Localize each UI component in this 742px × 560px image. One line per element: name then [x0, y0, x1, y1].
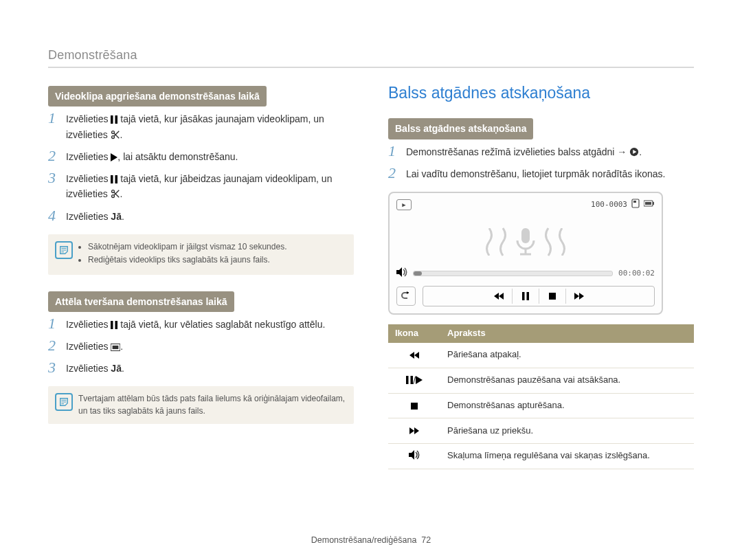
step-text: Izvēlieties Jā. [66, 361, 354, 377]
table-header-desc: Apraksts [440, 324, 694, 343]
rewind-icon [388, 343, 440, 368]
fastforward-icon [388, 418, 440, 444]
step-text: Izvēlieties tajā vietā, kur jāsākas jaun… [66, 112, 354, 143]
table-row: Demonstrēšanas apturēšana. [388, 393, 694, 418]
step-text: Lai vadītu demonstrēšanu, lietojiet turp… [406, 167, 694, 182]
step-text: Izvēlieties . [66, 339, 354, 355]
scissors-icon [111, 129, 120, 143]
battery-icon [644, 199, 655, 210]
table-row: /Demonstrēšanas pauzēšana vai atsākšana. [388, 368, 694, 393]
section-voicememo-box-title: Balss atgādnes atskaņošana [388, 118, 533, 139]
play-icon [111, 151, 117, 165]
scissors-icon [111, 188, 120, 202]
rewind-button[interactable] [486, 289, 512, 304]
icon-description: Demonstrēšanas pauzēšana vai atsākšana. [440, 368, 694, 393]
icon-description: Pāriešana atpakaļ. [440, 343, 694, 368]
memory-card-icon [631, 199, 640, 212]
icon-description: Demonstrēšanas apturēšana. [440, 393, 694, 418]
step-text: Izvēlieties Jā. [66, 210, 354, 225]
pause-button[interactable] [512, 289, 539, 304]
voice-memo-player: ▶ 100-0003 00:00: [388, 192, 663, 315]
page-title: Demonstrēšana [48, 48, 694, 68]
stop-icon [388, 393, 440, 418]
playback-mode-icon: ▶ [396, 199, 412, 210]
elapsed-time: 00:00:02 [618, 268, 655, 279]
pause-icon [111, 113, 117, 127]
icon-legend-table: Ikona Apraksts Pāriešana atpakaļ./Demons… [388, 324, 694, 469]
left-column: Videoklipa apgriešana demonstrēšanas lai… [48, 82, 354, 469]
note-text: Tvertajam attēlam būs tāds pats faila li… [78, 394, 345, 415]
stop-button[interactable] [539, 289, 565, 304]
microphone-waveform-icon [396, 217, 655, 267]
step-text: Izvēlieties , lai atsāktu demonstrēšanu. [66, 150, 354, 165]
table-header-icon: Ikona [388, 324, 440, 343]
pause-icon [111, 173, 117, 187]
note-icon [55, 241, 73, 259]
page-footer: Demonstrēšana/rediģēšana 72 [0, 535, 742, 545]
icon-description: Skaļuma līmeņa regulēšana vai skaņas izs… [440, 444, 694, 469]
pause-play-icon: / [388, 368, 440, 393]
note-item: Sākotnējam videoklipam ir jāilgst vismaz… [88, 241, 346, 253]
back-button[interactable] [396, 287, 416, 306]
table-row: Skaļuma līmeņa regulēšana vai skaņas izs… [388, 444, 694, 469]
pause-icon [111, 319, 117, 333]
section-voicememo-title: Balss atgādnes atskaņošana [388, 82, 694, 104]
capture-icon [111, 341, 120, 355]
table-row: Pāriešana atpakaļ. [388, 343, 694, 368]
progress-bar[interactable] [413, 271, 613, 276]
icon-description: Pāriešana uz priekšu. [440, 418, 694, 444]
note-box: Sākotnējam videoklipam ir jāilgst vismaz… [48, 234, 354, 275]
note-item: Rediģētais videoklips tiks saglabāts kā … [88, 254, 346, 266]
table-row: Pāriešana uz priekšu. [388, 418, 694, 444]
step-text: Demonstrēšanas režīmā izvēlieties balss … [406, 145, 694, 160]
step-text: Izvēlieties tajā vietā, kur jābeidzas ja… [66, 172, 354, 203]
note-box: Tvertajam attēlam būs tāds pats faila li… [48, 386, 354, 424]
note-icon [55, 393, 73, 411]
section-capture-title: Attēla tveršana demonstrēšanas laikā [48, 291, 234, 312]
section-trim-title: Videoklipa apgriešana demonstrēšanas lai… [48, 86, 267, 107]
step-text: Izvēlieties tajā vietā, kur vēlaties sag… [66, 317, 354, 333]
right-column: Balss atgādnes atskaņošana Balss atgādne… [388, 82, 694, 469]
fastforward-button[interactable] [565, 289, 592, 304]
play-circle-icon [629, 146, 639, 160]
volume-icon[interactable] [396, 267, 407, 280]
volume-icon [388, 444, 440, 469]
file-counter: 100-0003 [591, 199, 627, 210]
